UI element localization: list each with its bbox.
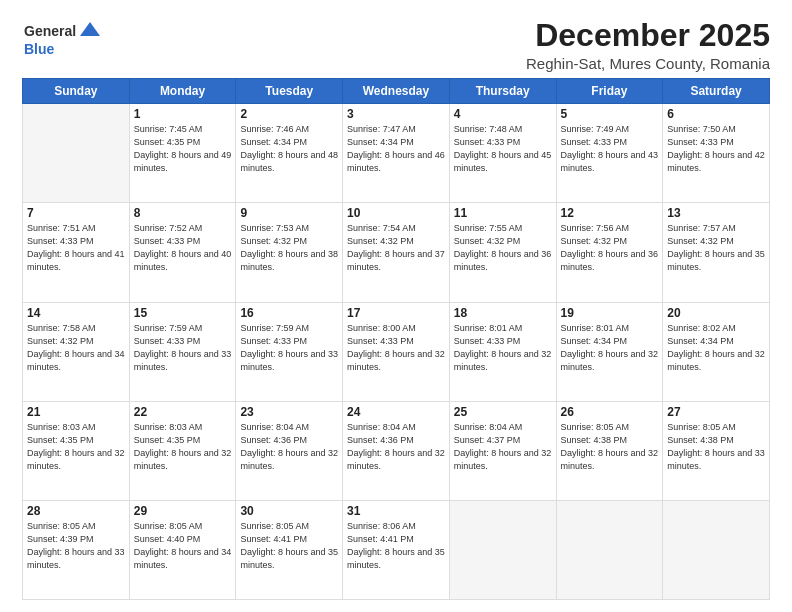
calendar-cell: 18Sunrise: 8:01 AMSunset: 4:33 PMDayligh… bbox=[449, 302, 556, 401]
day-number: 26 bbox=[561, 405, 659, 419]
day-info: Sunrise: 8:04 AMSunset: 4:36 PMDaylight:… bbox=[347, 421, 445, 473]
calendar-cell: 25Sunrise: 8:04 AMSunset: 4:37 PMDayligh… bbox=[449, 401, 556, 500]
day-number: 2 bbox=[240, 107, 338, 121]
col-sunday: Sunday bbox=[23, 79, 130, 104]
header: General Blue December 2025 Reghin-Sat, M… bbox=[22, 18, 770, 72]
day-number: 11 bbox=[454, 206, 552, 220]
calendar-cell: 5Sunrise: 7:49 AMSunset: 4:33 PMDaylight… bbox=[556, 104, 663, 203]
day-number: 28 bbox=[27, 504, 125, 518]
day-info: Sunrise: 8:05 AMSunset: 4:39 PMDaylight:… bbox=[27, 520, 125, 572]
day-number: 6 bbox=[667, 107, 765, 121]
calendar-week-row: 7Sunrise: 7:51 AMSunset: 4:33 PMDaylight… bbox=[23, 203, 770, 302]
calendar-cell: 14Sunrise: 7:58 AMSunset: 4:32 PMDayligh… bbox=[23, 302, 130, 401]
calendar-cell: 31Sunrise: 8:06 AMSunset: 4:41 PMDayligh… bbox=[343, 500, 450, 599]
day-info: Sunrise: 8:05 AMSunset: 4:41 PMDaylight:… bbox=[240, 520, 338, 572]
day-info: Sunrise: 8:05 AMSunset: 4:40 PMDaylight:… bbox=[134, 520, 232, 572]
calendar-cell: 6Sunrise: 7:50 AMSunset: 4:33 PMDaylight… bbox=[663, 104, 770, 203]
title-block: December 2025 Reghin-Sat, Mures County, … bbox=[526, 18, 770, 72]
logo-svg: General Blue bbox=[22, 18, 102, 62]
day-info: Sunrise: 8:02 AMSunset: 4:34 PMDaylight:… bbox=[667, 322, 765, 374]
day-number: 17 bbox=[347, 306, 445, 320]
svg-marker-1 bbox=[80, 22, 100, 36]
calendar-cell bbox=[449, 500, 556, 599]
calendar-week-row: 21Sunrise: 8:03 AMSunset: 4:35 PMDayligh… bbox=[23, 401, 770, 500]
calendar-week-row: 28Sunrise: 8:05 AMSunset: 4:39 PMDayligh… bbox=[23, 500, 770, 599]
day-number: 20 bbox=[667, 306, 765, 320]
calendar-cell: 23Sunrise: 8:04 AMSunset: 4:36 PMDayligh… bbox=[236, 401, 343, 500]
day-number: 24 bbox=[347, 405, 445, 419]
calendar-cell: 22Sunrise: 8:03 AMSunset: 4:35 PMDayligh… bbox=[129, 401, 236, 500]
page: General Blue December 2025 Reghin-Sat, M… bbox=[0, 0, 792, 612]
day-number: 31 bbox=[347, 504, 445, 518]
calendar-table: Sunday Monday Tuesday Wednesday Thursday… bbox=[22, 78, 770, 600]
calendar-cell: 17Sunrise: 8:00 AMSunset: 4:33 PMDayligh… bbox=[343, 302, 450, 401]
day-info: Sunrise: 7:58 AMSunset: 4:32 PMDaylight:… bbox=[27, 322, 125, 374]
svg-text:General: General bbox=[24, 23, 76, 39]
day-info: Sunrise: 8:03 AMSunset: 4:35 PMDaylight:… bbox=[134, 421, 232, 473]
day-number: 23 bbox=[240, 405, 338, 419]
day-number: 22 bbox=[134, 405, 232, 419]
calendar-cell: 8Sunrise: 7:52 AMSunset: 4:33 PMDaylight… bbox=[129, 203, 236, 302]
day-number: 12 bbox=[561, 206, 659, 220]
day-info: Sunrise: 7:56 AMSunset: 4:32 PMDaylight:… bbox=[561, 222, 659, 274]
calendar-cell: 2Sunrise: 7:46 AMSunset: 4:34 PMDaylight… bbox=[236, 104, 343, 203]
day-info: Sunrise: 8:01 AMSunset: 4:34 PMDaylight:… bbox=[561, 322, 659, 374]
calendar-cell: 19Sunrise: 8:01 AMSunset: 4:34 PMDayligh… bbox=[556, 302, 663, 401]
calendar-cell: 28Sunrise: 8:05 AMSunset: 4:39 PMDayligh… bbox=[23, 500, 130, 599]
col-wednesday: Wednesday bbox=[343, 79, 450, 104]
day-info: Sunrise: 8:05 AMSunset: 4:38 PMDaylight:… bbox=[561, 421, 659, 473]
calendar-cell: 10Sunrise: 7:54 AMSunset: 4:32 PMDayligh… bbox=[343, 203, 450, 302]
day-number: 7 bbox=[27, 206, 125, 220]
day-info: Sunrise: 7:48 AMSunset: 4:33 PMDaylight:… bbox=[454, 123, 552, 175]
day-number: 21 bbox=[27, 405, 125, 419]
day-number: 5 bbox=[561, 107, 659, 121]
day-info: Sunrise: 8:05 AMSunset: 4:38 PMDaylight:… bbox=[667, 421, 765, 473]
day-number: 3 bbox=[347, 107, 445, 121]
calendar-cell: 12Sunrise: 7:56 AMSunset: 4:32 PMDayligh… bbox=[556, 203, 663, 302]
calendar-week-row: 14Sunrise: 7:58 AMSunset: 4:32 PMDayligh… bbox=[23, 302, 770, 401]
day-number: 19 bbox=[561, 306, 659, 320]
calendar-cell: 30Sunrise: 8:05 AMSunset: 4:41 PMDayligh… bbox=[236, 500, 343, 599]
calendar-cell: 21Sunrise: 8:03 AMSunset: 4:35 PMDayligh… bbox=[23, 401, 130, 500]
day-number: 14 bbox=[27, 306, 125, 320]
day-info: Sunrise: 7:53 AMSunset: 4:32 PMDaylight:… bbox=[240, 222, 338, 274]
day-number: 16 bbox=[240, 306, 338, 320]
day-info: Sunrise: 7:47 AMSunset: 4:34 PMDaylight:… bbox=[347, 123, 445, 175]
day-number: 25 bbox=[454, 405, 552, 419]
calendar-cell bbox=[663, 500, 770, 599]
day-info: Sunrise: 8:04 AMSunset: 4:37 PMDaylight:… bbox=[454, 421, 552, 473]
day-number: 1 bbox=[134, 107, 232, 121]
day-number: 9 bbox=[240, 206, 338, 220]
title-month: December 2025 bbox=[526, 18, 770, 53]
calendar-cell: 26Sunrise: 8:05 AMSunset: 4:38 PMDayligh… bbox=[556, 401, 663, 500]
calendar-week-row: 1Sunrise: 7:45 AMSunset: 4:35 PMDaylight… bbox=[23, 104, 770, 203]
col-tuesday: Tuesday bbox=[236, 79, 343, 104]
day-number: 18 bbox=[454, 306, 552, 320]
calendar-cell: 16Sunrise: 7:59 AMSunset: 4:33 PMDayligh… bbox=[236, 302, 343, 401]
col-monday: Monday bbox=[129, 79, 236, 104]
day-number: 13 bbox=[667, 206, 765, 220]
day-info: Sunrise: 7:57 AMSunset: 4:32 PMDaylight:… bbox=[667, 222, 765, 274]
calendar-cell: 15Sunrise: 7:59 AMSunset: 4:33 PMDayligh… bbox=[129, 302, 236, 401]
day-info: Sunrise: 8:04 AMSunset: 4:36 PMDaylight:… bbox=[240, 421, 338, 473]
day-info: Sunrise: 7:54 AMSunset: 4:32 PMDaylight:… bbox=[347, 222, 445, 274]
day-info: Sunrise: 7:59 AMSunset: 4:33 PMDaylight:… bbox=[240, 322, 338, 374]
calendar-cell: 1Sunrise: 7:45 AMSunset: 4:35 PMDaylight… bbox=[129, 104, 236, 203]
day-number: 8 bbox=[134, 206, 232, 220]
calendar-cell bbox=[23, 104, 130, 203]
day-info: Sunrise: 7:46 AMSunset: 4:34 PMDaylight:… bbox=[240, 123, 338, 175]
calendar-cell: 24Sunrise: 8:04 AMSunset: 4:36 PMDayligh… bbox=[343, 401, 450, 500]
day-number: 29 bbox=[134, 504, 232, 518]
col-saturday: Saturday bbox=[663, 79, 770, 104]
day-number: 4 bbox=[454, 107, 552, 121]
day-info: Sunrise: 7:55 AMSunset: 4:32 PMDaylight:… bbox=[454, 222, 552, 274]
calendar-cell: 7Sunrise: 7:51 AMSunset: 4:33 PMDaylight… bbox=[23, 203, 130, 302]
day-info: Sunrise: 7:50 AMSunset: 4:33 PMDaylight:… bbox=[667, 123, 765, 175]
day-number: 15 bbox=[134, 306, 232, 320]
day-number: 10 bbox=[347, 206, 445, 220]
calendar-cell: 9Sunrise: 7:53 AMSunset: 4:32 PMDaylight… bbox=[236, 203, 343, 302]
calendar-cell: 29Sunrise: 8:05 AMSunset: 4:40 PMDayligh… bbox=[129, 500, 236, 599]
day-number: 27 bbox=[667, 405, 765, 419]
calendar-cell: 11Sunrise: 7:55 AMSunset: 4:32 PMDayligh… bbox=[449, 203, 556, 302]
calendar-cell bbox=[556, 500, 663, 599]
